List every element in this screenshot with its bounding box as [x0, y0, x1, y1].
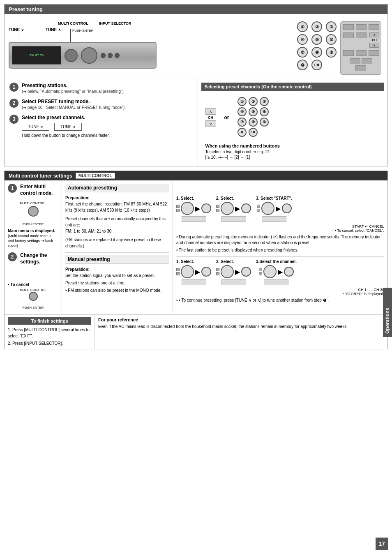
remote-numpad-grid: ① ② ③ ④ ⑤ ⑥ ⑦ ⑧ ⑨ ⑩ L⑩ [297, 21, 338, 70]
mc-step1-detail: (Multi control mode menus and factory se… [8, 234, 58, 248]
auto-bar-1 [182, 216, 206, 222]
mc-step-2-circle: 2 [8, 252, 17, 261]
auto-bullet-2-text: The last station to be preset is display… [179, 248, 298, 252]
multi-control-body: 1 Enter Multi control mode. MULTI CONTRO… [5, 180, 387, 313]
ch-up-select[interactable]: ∧ [205, 108, 216, 115]
s-btn-5[interactable]: ⑤ [249, 107, 258, 116]
tune-up-btn[interactable]: TUNE ∧ [54, 123, 82, 131]
r-b2[interactable] [356, 24, 367, 30]
auto-select-row: 1. Select. ▶ [176, 196, 384, 222]
input-selector-label: INPUT SELECTOR [99, 21, 131, 25]
ref-text: Even if the AC mains lead is disconnecte… [98, 323, 384, 330]
step-1-title: Presetting stations. [22, 83, 193, 88]
auto-knob-3 [261, 202, 274, 215]
auto-knob-1b [201, 203, 211, 213]
cancel-push-label: PUSH ENTER [23, 306, 44, 309]
step-1-circle: 1 [9, 83, 18, 92]
remote-numpad-area: ① ② ③ ④ ⑤ ⑥ ⑦ ⑧ ⑨ ⑩ L⑩ [297, 21, 338, 75]
device-body: FM 87.50 [9, 42, 157, 69]
auto-sel-1-dials [176, 205, 180, 212]
remote-btn-6[interactable]: ⑥ [326, 34, 337, 45]
d2 [176, 209, 180, 212]
step-1-subtitle: (➜ below, "Automatic presetting" or "Man… [22, 89, 193, 94]
auto-sel-2: 2. Select. ▶ [216, 196, 251, 222]
numbered-formula: [ ≥ 10, –/– –] → [2] → [1] [205, 155, 380, 159]
steps-selecting-area: 1 Presetting stations. (➜ below, "Automa… [5, 79, 387, 166]
auto-bullet-1: • During automatic presetting, the memor… [176, 234, 384, 246]
mc-step-2-content: Change the settings. [20, 252, 58, 265]
man-sel-1: 1. Select. ▶ [176, 259, 211, 285]
r-b3[interactable] [369, 24, 379, 30]
selecting-header: Selecting preset channels (On the remote… [201, 83, 385, 91]
tune-down-btn[interactable]: TUNE ∨ [22, 123, 49, 131]
numbered-text: To select a two digit number e.g. 21: [205, 150, 380, 154]
auto-preset-channels: Preset channels that are automatically a… [65, 216, 169, 234]
bottom-area: To finish settings 1. Press [MULTI CONTR… [5, 314, 387, 349]
auto-sel-3: 3. Select "START". ▶ [256, 196, 292, 222]
multi-control-section: Multi control tuner settings MULTI CONTR… [4, 171, 388, 349]
auto-knob-3b [282, 203, 292, 213]
btn3[interactable] [115, 53, 120, 58]
s-btn-0[interactable]: ⑩ [238, 128, 247, 137]
remote-btn-8[interactable]: ⑧ [311, 47, 322, 58]
s-btn-10[interactable]: L⑩ [249, 128, 258, 137]
btn1[interactable] [101, 53, 106, 58]
multi-control-arrow [70, 29, 71, 42]
cancel-knob [29, 292, 38, 301]
numbered-header: When using the numbered buttons [205, 143, 380, 148]
s-btn-2[interactable]: ② [249, 97, 258, 106]
man-bar-2 [221, 279, 246, 285]
s-btn-8[interactable]: ⑧ [249, 118, 258, 127]
man-knob-1 [181, 265, 194, 278]
right-divider [176, 256, 384, 257]
ch-down-select[interactable]: ∨ [205, 120, 216, 127]
finish-title: To finish settings [8, 317, 91, 325]
mc-push-label: PUSH ENTER [23, 222, 44, 226]
s-btn-7[interactable]: ⑦ [238, 118, 247, 127]
btn2[interactable] [108, 53, 113, 58]
remote-btn-7[interactable]: ⑦ [297, 47, 308, 58]
multi-control-label: MULTI CONTROL [58, 21, 88, 25]
man-sel-1-diagram: ▶ [176, 265, 211, 278]
remote-btn-2[interactable]: ② [311, 21, 322, 32]
man-knob-1b [201, 267, 211, 277]
step-1-item: 1 Presetting stations. (➜ below, "Automa… [9, 83, 193, 94]
s-btn-1[interactable]: ① [238, 97, 247, 106]
cancel-knob-diagram: MULTI CONTROL PUSH ENTER [8, 288, 58, 309]
auto-sel-3-diagram: ▶ [257, 202, 292, 215]
remote-btn-3[interactable]: ③ [326, 21, 337, 32]
auto-arrow-2: ▶ [235, 205, 240, 212]
remote-btn-9[interactable]: ⑨ [326, 47, 337, 58]
man-knob-2 [221, 265, 234, 278]
auto-channels-text: FM: 1 to 30, AM: 21 to 30 [65, 229, 111, 233]
step-3-item: 3 Select the preset channels. TUNE ∨ TUN… [9, 115, 193, 138]
mc-step-1-content: Enter Multi control mode. [20, 184, 58, 196]
auto-sel-3-label: 3. Select "START". [256, 196, 292, 201]
s-btn-6[interactable]: ⑥ [260, 107, 269, 116]
r-b1[interactable] [343, 24, 354, 30]
man-sel-1-label: 1. Select. [176, 259, 194, 264]
s-btn-9[interactable]: ⑨ [260, 118, 269, 127]
start-cancel-area: START ↵ CANCEL • To cancel, select "CANC… [176, 224, 384, 233]
auto-bar-2 [221, 216, 246, 222]
multi-control-title: Multi control tuner settings [9, 173, 72, 179]
remote-btn-5[interactable]: ⑤ [311, 34, 322, 45]
manual-prep-label: Preparation: [65, 267, 90, 272]
selecting-panel: Selecting preset channels (On the remote… [198, 79, 388, 166]
s-btn-3[interactable]: ③ [260, 97, 269, 106]
manual-step2: • FM stations can also be preset in the … [65, 287, 169, 293]
d1 [176, 205, 180, 208]
remote-btn-0[interactable]: ⑩ [297, 60, 308, 70]
device-input-knob [81, 47, 97, 64]
to-cancel-label: • To cancel [8, 282, 58, 287]
remote-btn-10[interactable]: L⑩ [311, 60, 322, 70]
ch-down-btn[interactable]: ∨ [369, 43, 379, 48]
s-btn-4[interactable]: ④ [238, 107, 247, 116]
page: Preset tuning MULTI CONTROL INPUT SELECT… [0, 0, 392, 554]
remote-btn-1[interactable]: ① [297, 21, 308, 32]
remote-btn-4[interactable]: ④ [297, 34, 308, 45]
auto-knob-1 [181, 202, 194, 215]
ch-up-btn[interactable]: ∧ [369, 32, 379, 37]
operations-sidebar: Operations [383, 288, 392, 337]
mc-main-menu-note: Main menu is displayed. [8, 229, 58, 233]
